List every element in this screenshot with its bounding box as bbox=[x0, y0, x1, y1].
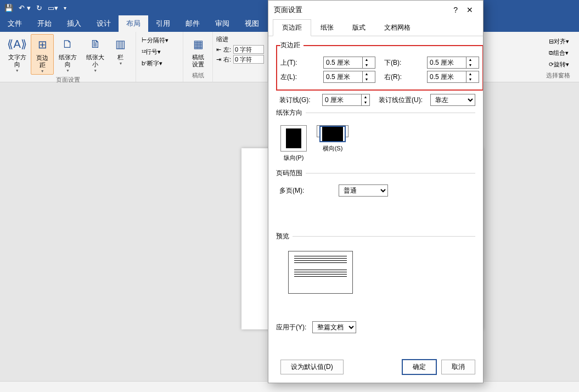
preview-box bbox=[288, 251, 353, 294]
columns-button[interactable]: ▥ 栏 ▼ bbox=[109, 34, 132, 66]
right-input[interactable]: ▲▼ bbox=[427, 71, 479, 83]
size-icon: 🗎 bbox=[87, 35, 104, 53]
right-label: 右(R): bbox=[384, 72, 424, 82]
portrait-option[interactable]: 纵向(P) bbox=[280, 125, 307, 162]
text-direction-icon: ⟪A⟫ bbox=[8, 35, 26, 53]
rotate-button[interactable]: ⟳ 旋转 ▾ bbox=[547, 59, 571, 70]
tab-grid[interactable]: 文档网格 bbox=[375, 19, 420, 36]
line-numbers-button[interactable]: ¹² 行号 ▾ bbox=[139, 47, 171, 57]
help-button[interactable]: ? bbox=[449, 5, 462, 14]
left-label: 左(L): bbox=[280, 72, 320, 82]
qat-more-icon[interactable]: ▭▾ bbox=[48, 4, 58, 12]
indent-left-input[interactable] bbox=[233, 45, 264, 54]
dialog-title: 页面设置 bbox=[274, 5, 302, 15]
indent-right-icon: ⇥ bbox=[216, 56, 221, 63]
margins-legend: 页边距 bbox=[280, 41, 303, 50]
size-button[interactable]: 🗎 纸张大小 ▼ bbox=[82, 34, 109, 74]
group-label-grid: 稿纸 bbox=[187, 70, 209, 82]
indent-right-input[interactable] bbox=[233, 55, 264, 64]
left-input[interactable]: ▲▼ bbox=[323, 71, 375, 83]
indent-right-row: ⇥ 右: bbox=[216, 54, 264, 64]
undo-icon[interactable]: ↶ ▾ bbox=[19, 4, 31, 12]
dialog-titlebar: 页面设置 ? ✕ bbox=[268, 1, 483, 19]
gutter-label: 装订线(G): bbox=[279, 96, 319, 105]
tab-paper[interactable]: 纸张 bbox=[311, 19, 343, 36]
orientation-fieldset: 纸张方向 纵向(P) 横向(S) bbox=[276, 108, 475, 165]
landscape-option[interactable]: 横向(S) bbox=[317, 125, 348, 137]
tab-margins[interactable]: 页边距 bbox=[273, 19, 311, 36]
multipage-select[interactable]: 普通 bbox=[339, 184, 388, 197]
set-default-button[interactable]: 设为默认值(D) bbox=[280, 360, 344, 374]
margins-fieldset: 页边距 上(T): ▲▼ 下(B): ▲▼ 左(L): ▲▼ 右(R): ▲▼ bbox=[276, 41, 483, 91]
text-direction-button[interactable]: ⟪A⟫ 文字方向 ▼ bbox=[3, 34, 31, 74]
menu-insert[interactable]: 插入 bbox=[59, 15, 89, 32]
margins-icon: ⊞ bbox=[33, 36, 51, 53]
margins-button[interactable]: ⊞ 页边距 ▼ bbox=[31, 34, 54, 75]
indent-label: 缩进 bbox=[216, 34, 264, 44]
breaks-button[interactable]: ⊢ 分隔符 ▾ bbox=[139, 35, 171, 46]
top-label: 上(T): bbox=[280, 58, 320, 68]
pages-legend: 页码范围 bbox=[276, 169, 306, 178]
menu-mail[interactable]: 邮件 bbox=[178, 15, 207, 32]
pages-fieldset: 页码范围 多页(M): 普通 bbox=[276, 169, 475, 228]
menu-layout[interactable]: 布局 bbox=[119, 15, 148, 32]
save-icon[interactable]: 💾 bbox=[4, 4, 13, 12]
gutter-input[interactable]: ▲▼ bbox=[322, 94, 370, 106]
menu-home[interactable]: 开始 bbox=[30, 15, 59, 32]
preview-fieldset: 预览 bbox=[276, 232, 475, 318]
preview-legend: 预览 bbox=[276, 232, 293, 241]
menu-review[interactable]: 审阅 bbox=[207, 15, 237, 32]
apply-to-select[interactable]: 整篇文档 bbox=[312, 321, 356, 333]
top-input[interactable]: ▲▼ bbox=[323, 57, 375, 69]
tab-layout[interactable]: 版式 bbox=[343, 19, 375, 36]
cancel-button[interactable]: 取消 bbox=[441, 360, 475, 374]
orientation-legend: 纸张方向 bbox=[276, 108, 306, 117]
ok-button[interactable]: 确定 bbox=[402, 359, 437, 375]
qat-customize-icon[interactable]: ▾ bbox=[64, 5, 66, 11]
group-button[interactable]: ⧉ 组合 ▾ bbox=[547, 48, 571, 58]
close-button[interactable]: ✕ bbox=[462, 5, 477, 14]
menu-references[interactable]: 引用 bbox=[148, 15, 178, 32]
hyphenation-button[interactable]: bᶜ 断字 ▾ bbox=[139, 58, 171, 69]
redo-icon[interactable]: ↻ bbox=[36, 4, 42, 12]
multipage-label: 多页(M): bbox=[279, 186, 319, 195]
indent-left-icon: ⇤ bbox=[216, 46, 221, 53]
bottom-label: 下(B): bbox=[384, 58, 424, 68]
page-setup-dialog: 页面设置 ? ✕ 页边距 纸张 版式 文档网格 页边距 上(T): ▲▼ 下(B… bbox=[268, 0, 484, 383]
gutter-pos-label: 装订线位置(U): bbox=[379, 96, 427, 105]
orientation-icon: 🗋 bbox=[59, 35, 76, 53]
menu-view[interactable]: 视图 bbox=[237, 15, 267, 32]
grid-paper-icon: ▦ bbox=[189, 35, 207, 53]
menu-design[interactable]: 设计 bbox=[89, 15, 119, 32]
align-button[interactable]: ⊟ 对齐 ▾ bbox=[547, 36, 571, 47]
grid-paper-button[interactable]: ▦ 稿纸 设置 bbox=[187, 34, 210, 69]
apply-to-label: 应用于(Y): bbox=[276, 323, 309, 332]
indent-left-row: ⇤ 左: bbox=[216, 44, 264, 54]
columns-icon: ▥ bbox=[112, 35, 130, 53]
gutter-pos-select[interactable]: 靠左 bbox=[430, 94, 475, 106]
bottom-input[interactable]: ▲▼ bbox=[427, 57, 479, 69]
dialog-tabs: 页边距 纸张 版式 文档网格 bbox=[268, 19, 483, 36]
menu-file[interactable]: 文件 bbox=[0, 15, 30, 32]
orientation-button[interactable]: 🗋 纸张方向 ▼ bbox=[54, 34, 81, 74]
